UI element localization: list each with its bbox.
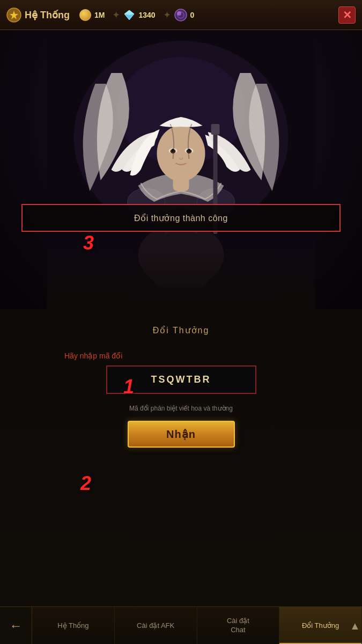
nav-item-doi-thuong[interactable]: Đổi Thưởng ▲ <box>279 607 362 645</box>
content-area: Đổi Thưởng Hãy nhập mã đổi Mã đổi phân b… <box>0 309 362 606</box>
coin-icon <box>79 9 91 21</box>
nav-item-afk[interactable]: Cài đặt AFK <box>115 607 197 645</box>
nav-label-doi-thuong: Đổi Thưởng <box>302 621 339 630</box>
nav-label-chat: Cài đặtChat <box>227 617 249 635</box>
nav-item-chat[interactable]: Cài đặtChat <box>197 607 280 645</box>
diamond-value: 1340 <box>138 11 155 19</box>
annotation-label-3: 3 <box>83 232 94 254</box>
orb-icon <box>174 9 187 21</box>
currency-orb-group: 0 <box>174 9 195 21</box>
instruction-text: Hãy nhập mã đổi <box>64 352 122 360</box>
nav-item-he-thong[interactable]: Hệ Thống <box>32 607 115 645</box>
close-button[interactable]: ✕ <box>338 6 356 24</box>
diamond-icon <box>123 9 135 21</box>
separator-1: ✦ <box>112 9 120 21</box>
bottom-nav: ← Hệ Thống Cài đặt AFK Cài đặtChat Đổi T… <box>0 606 362 644</box>
hero-illustration <box>0 30 362 309</box>
chevron-up-icon: ▲ <box>349 619 361 632</box>
annotation-label-1: 1 <box>123 376 134 398</box>
hero-area <box>0 30 362 309</box>
section-title: Đổi Thưởng <box>153 325 210 335</box>
coin-value: 1M <box>94 11 105 19</box>
nav-label-afk: Cài đặt AFK <box>137 621 174 630</box>
currency-coin-group: 1M <box>79 9 105 21</box>
success-message-box: Đổi thưởng thành công <box>21 204 341 232</box>
top-bar: Hệ Thống 1M ✦ 1340 ✦ 0 ✕ <box>0 0 362 30</box>
note-text: Mã đổi phân biệt viết hoa và thường <box>129 405 233 412</box>
back-arrow-icon: ← <box>10 618 23 633</box>
nav-back-button[interactable]: ← <box>0 607 32 645</box>
top-bar-title: Hệ Thống <box>25 9 70 21</box>
svg-rect-23 <box>47 245 315 309</box>
code-input[interactable] <box>118 374 245 385</box>
success-text: Đổi thưởng thành công <box>134 213 228 223</box>
system-icon <box>6 8 21 23</box>
separator-2: ✦ <box>163 9 171 21</box>
screen: Hệ Thống 1M ✦ 1340 ✦ 0 ✕ <box>0 0 362 644</box>
submit-button[interactable]: Nhận <box>128 421 235 448</box>
annotation-label-2: 2 <box>80 472 91 495</box>
svg-rect-22 <box>211 124 220 135</box>
svg-point-3 <box>175 9 187 21</box>
nav-label-he-thong: Hệ Thống <box>57 621 88 630</box>
svg-point-14 <box>157 126 205 181</box>
currency-diamond-group: 1340 <box>123 9 155 21</box>
orb-value: 0 <box>190 11 195 19</box>
